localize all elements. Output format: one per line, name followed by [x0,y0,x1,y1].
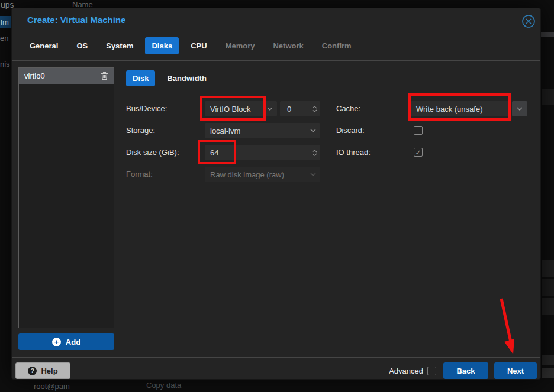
trash-icon[interactable] [101,72,108,80]
cache-combo[interactable]: Write back (unsafe) [411,101,510,116]
disk-size-label: Disk size (GiB): [126,148,179,157]
bg-strip-row [542,355,554,365]
advanced-label: Advanced [389,367,423,375]
tab-memory: Memory [219,37,262,54]
status-user: root@pam [34,382,70,391]
question-icon: ? [28,367,37,375]
discard-checkbox[interactable]: ✓ [414,126,423,135]
next-button[interactable]: Next [494,362,537,379]
tabbar-separator [12,60,540,61]
add-button-label: Add [66,338,80,346]
spinner-arrows-icon[interactable] [312,150,320,156]
disk-size-spinner[interactable]: 64 [205,145,320,160]
disk-subtabbar: Disk Bandwidth [126,70,213,86]
format-label: Format: [126,170,153,179]
bg-strip-row [541,32,554,37]
disk-list-panel: virtio0 [18,67,114,328]
chevron-down-icon[interactable] [267,107,277,111]
help-button[interactable]: ? Help [15,362,70,379]
tab-confirm: Confirm [315,37,358,54]
status-task: Copy data [146,381,181,390]
tab-system[interactable]: System [99,37,140,54]
disk-list-item-virtio0[interactable]: virtio0 [19,68,114,84]
help-button-label: Help [41,367,57,375]
dialog-title: Create: Virtual Machine [27,15,125,25]
tab-disks[interactable]: Disks [145,37,179,54]
sidebar-fragment-3: nis [0,60,10,69]
footer-separator [12,357,540,358]
io-thread-checkbox[interactable]: ✓ [414,148,423,157]
add-disk-button[interactable]: + Add [18,333,114,350]
advanced-checkbox[interactable]: ✓ [427,367,436,375]
plus-circle-icon: + [52,338,61,346]
disk-item-label: virtio0 [24,72,101,80]
back-button[interactable]: Back [443,362,488,379]
bg-strip-row [542,298,554,315]
wizard-tabbar: General OS System Disks CPU Memory Netwo… [23,37,358,54]
tab-os[interactable]: OS [70,37,94,54]
sidebar-fragment-2: en [0,34,8,43]
bus-device-combo[interactable]: VirtIO Block [205,101,277,116]
close-icon[interactable] [521,14,536,28]
bus-device-label: Bus/Device: [126,104,167,113]
bg-strip-row [542,260,554,277]
cache-label: Cache: [336,104,360,113]
tab-general[interactable]: General [23,37,65,54]
bg-strip-row [542,368,554,378]
checkmark-icon: ✓ [415,149,421,156]
bg-strip-row [542,89,554,105]
format-combo-disabled: Raw disk image (raw) [205,167,320,182]
subtab-bandwidth[interactable]: Bandwidth [160,70,212,86]
footer-actions: Advanced ✓ Back Next [389,362,537,379]
chevron-down-icon[interactable] [310,129,320,132]
sidebar-selected-row-fragment: lm [0,16,11,28]
subtab-separator [126,93,536,93]
create-vm-dialog: Create: Virtual Machine General OS Syste… [11,8,541,380]
spinner-arrows-icon[interactable] [312,106,320,112]
chevron-down-icon [310,173,320,176]
bus-device-index-spinner[interactable]: 0 [280,101,320,116]
io-thread-label: IO thread: [336,148,371,157]
tab-network: Network [266,37,310,54]
bg-strip-row [542,279,554,296]
tab-cpu[interactable]: CPU [184,37,213,54]
cache-combo-trigger[interactable] [512,101,527,116]
discard-label: Discard: [336,126,365,135]
storage-label: Storage: [126,126,155,135]
subtab-disk[interactable]: Disk [126,70,155,86]
storage-combo[interactable]: local-lvm [205,123,320,138]
